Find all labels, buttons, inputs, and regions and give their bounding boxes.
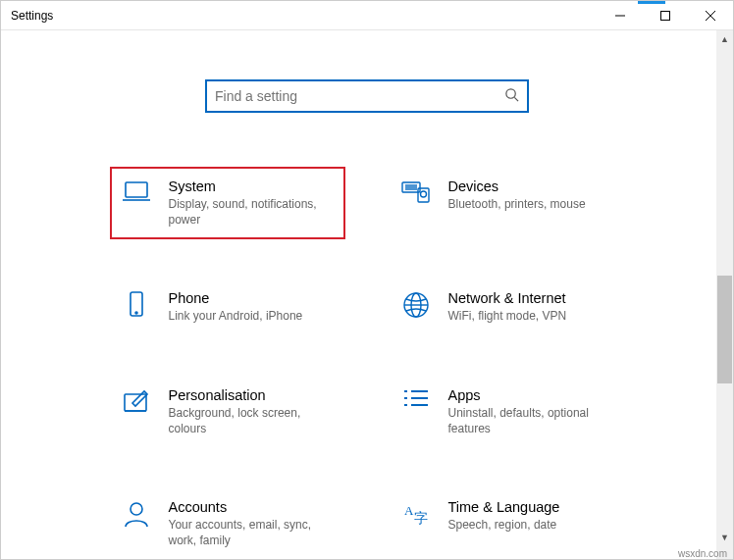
- svg-text:A: A: [404, 503, 414, 518]
- svg-point-13: [420, 191, 426, 197]
- phone-icon: [120, 290, 153, 324]
- language-icon: A 字: [399, 499, 433, 533]
- tile-desc: Uninstall, defaults, optional features: [448, 405, 615, 436]
- search-input[interactable]: [215, 88, 504, 104]
- tile-accounts[interactable]: Accounts Your accounts, email, sync, wor…: [110, 487, 345, 559]
- svg-line-5: [514, 97, 518, 101]
- settings-grid: System Display, sound, notifications, po…: [1, 167, 733, 559]
- svg-rect-6: [126, 182, 147, 197]
- window-title: Settings: [11, 9, 53, 23]
- titlebar-accent: [638, 1, 665, 4]
- tile-desc: Your accounts, email, sync, work, family: [169, 517, 336, 548]
- tile-phone[interactable]: Phone Link your Android, iPhone: [110, 279, 345, 335]
- svg-point-27: [131, 503, 142, 515]
- svg-rect-19: [125, 394, 146, 411]
- titlebar: Settings: [1, 1, 733, 30]
- svg-point-15: [135, 312, 137, 314]
- tile-desc: Link your Android, iPhone: [169, 308, 336, 324]
- laptop-icon: [120, 178, 153, 212]
- close-icon: [706, 11, 715, 21]
- tile-title: Personalisation: [169, 387, 336, 403]
- tile-title: Phone: [169, 290, 336, 306]
- tile-desc: Bluetooth, printers, mouse: [448, 196, 615, 212]
- minimize-button[interactable]: [598, 1, 643, 30]
- tile-desc: WiFi, flight mode, VPN: [448, 308, 615, 324]
- paint-icon: [120, 387, 153, 421]
- tile-title: Accounts: [169, 499, 336, 515]
- scrollbar-thumb[interactable]: [717, 276, 732, 383]
- tile-apps[interactable]: Apps Uninstall, defaults, optional featu…: [390, 376, 625, 448]
- tile-title: Network & Internet: [448, 290, 615, 306]
- search-container: [1, 79, 733, 113]
- svg-text:字: 字: [414, 511, 428, 526]
- tile-devices[interactable]: Devices Bluetooth, printers, mouse: [390, 167, 625, 239]
- tile-title: System: [169, 178, 336, 194]
- tile-network[interactable]: Network & Internet WiFi, flight mode, VP…: [390, 279, 625, 335]
- svg-rect-1: [661, 11, 670, 20]
- svg-point-4: [506, 88, 515, 97]
- scrollbar-down-arrow-icon[interactable]: ▼: [716, 529, 733, 545]
- minimize-icon: [615, 11, 625, 21]
- apps-list-icon: [399, 387, 433, 421]
- maximize-button[interactable]: [643, 1, 688, 30]
- search-box[interactable]: [205, 79, 529, 113]
- devices-icon: [399, 178, 433, 212]
- settings-content: System Display, sound, notifications, po…: [1, 30, 733, 559]
- tile-desc: Speech, region, date: [448, 517, 615, 533]
- close-button[interactable]: [688, 1, 733, 30]
- tile-title: Apps: [448, 387, 615, 403]
- tile-system[interactable]: System Display, sound, notifications, po…: [110, 167, 345, 239]
- tile-personalisation[interactable]: Personalisation Background, lock screen,…: [110, 376, 345, 448]
- tile-title: Devices: [448, 178, 615, 194]
- tile-time-language[interactable]: A 字 Time & Language Speech, region, date: [390, 487, 625, 559]
- watermark: wsxdn.com: [678, 548, 727, 559]
- tile-desc: Display, sound, notifications, power: [169, 196, 336, 228]
- scrollbar-up-arrow-icon[interactable]: ▲: [716, 30, 733, 47]
- person-icon: [120, 499, 153, 533]
- tile-title: Time & Language: [448, 499, 615, 515]
- tile-desc: Background, lock screen, colours: [169, 405, 336, 436]
- globe-icon: [399, 290, 433, 324]
- window-controls: [598, 1, 733, 30]
- maximize-icon: [660, 11, 670, 21]
- search-icon: [504, 87, 519, 106]
